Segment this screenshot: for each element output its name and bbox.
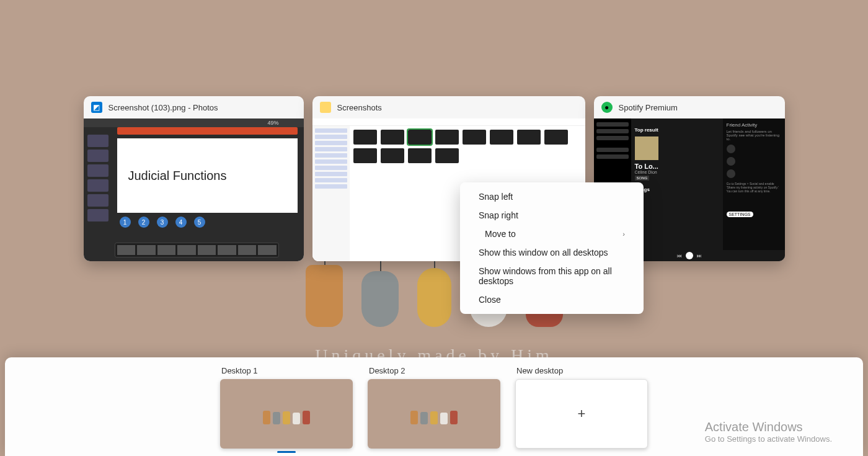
desktop-item-1[interactable]: Desktop 1 — [220, 366, 353, 453]
ctx-label: Snap left — [479, 192, 513, 202]
new-desktop-button[interactable]: + — [515, 379, 648, 449]
slide-canvas: Judicial Functions — [117, 138, 298, 213]
desktop-item-2[interactable]: Desktop 2 — [368, 366, 500, 449]
ctx-snap-right[interactable]: Snap right — [460, 206, 644, 225]
spotify-settings-button: SETTINGS — [727, 212, 753, 217]
desktop-label: New desktop — [515, 366, 648, 375]
next-icon: ⏭ — [697, 253, 702, 259]
slide-num: 3 — [157, 217, 168, 228]
window-thumb-photos[interactable]: ◩ Screenshot (103).png - Photos 49% Judi… — [84, 96, 304, 261]
desktop-label: Desktop 1 — [220, 366, 353, 375]
chevron-right-icon: › — [622, 230, 625, 238]
slide-num: 4 — [175, 217, 187, 228]
ctx-label: Move to — [485, 229, 516, 239]
watermark-title: Activate Windows — [705, 420, 832, 434]
ctx-label: Close — [479, 295, 501, 305]
window-preview: 49% Judicial Functions 1 2 3 4 5 — [84, 118, 304, 261]
desktop-label: Desktop 2 — [368, 366, 500, 375]
spotify-main: Top result To Lo... Céline Dion SONG Son… — [631, 118, 723, 250]
task-view-windows: ◩ Screenshot (103).png - Photos 49% Judi… — [0, 96, 868, 261]
vase-icon — [417, 268, 451, 327]
vase-icon — [306, 265, 343, 327]
powerpoint-ribbon — [117, 127, 298, 135]
ctx-snap-left[interactable]: Snap left — [460, 187, 644, 206]
explorer-nav-pane — [312, 126, 350, 261]
friend-avatar-placeholder — [727, 169, 735, 178]
slide-title: Judicial Functions — [128, 169, 227, 183]
slide-number-badges: 1 2 3 4 5 — [120, 217, 295, 228]
desktop-thumbnail[interactable] — [220, 379, 353, 449]
window-titlebar: ◩ Screenshot (103).png - Photos — [84, 96, 304, 118]
spotify-icon: ● — [601, 102, 613, 113]
friend-activity-header: Friend Activity — [727, 122, 781, 128]
friend-hint: Let friends and followers on Spotify see… — [727, 130, 781, 141]
active-desktop-indicator — [277, 451, 296, 453]
new-desktop-item[interactable]: New desktop + — [515, 366, 648, 449]
slide-num: 5 — [194, 217, 205, 228]
slide-thumbnails-strip — [87, 135, 108, 221]
play-icon — [686, 252, 693, 259]
song-badge: SONG — [635, 176, 650, 181]
watermark-sub: Go to Settings to activate Windows. — [705, 434, 832, 444]
song-title: To Lo... — [635, 163, 719, 170]
window-title: Screenshot (103).png - Photos — [108, 103, 218, 112]
window-titlebar: Screenshots — [312, 96, 585, 118]
zoom-level: 49% — [267, 120, 278, 126]
ctx-show-app-all-desktops[interactable]: Show windows from this app on all deskto… — [460, 262, 644, 290]
slide-num: 2 — [138, 217, 149, 228]
ctx-label: Show windows from this app on all deskto… — [479, 266, 625, 286]
album-art — [635, 136, 658, 160]
window-title: Screenshots — [337, 103, 382, 112]
window-titlebar: ● Spotify Premium — [594, 96, 785, 118]
vase-icon — [361, 271, 399, 327]
window-title: Spotify Premium — [619, 103, 678, 112]
friend-hint2: Go to Settings > Social and enable 'Shar… — [727, 182, 781, 193]
friend-avatar-placeholder — [727, 145, 735, 153]
desktop-thumbnail[interactable] — [368, 379, 500, 449]
slide-num: 1 — [120, 217, 131, 228]
spotify-friend-activity: Friend Activity Let friends and follower… — [723, 118, 785, 250]
folder-icon — [320, 102, 331, 113]
photos-app-icon: ◩ — [91, 102, 102, 113]
song-artist: Céline Dion — [635, 170, 719, 174]
window-context-menu: Snap left Snap right Move to › Show this… — [460, 182, 644, 314]
ctx-label: Show this window on all desktops — [479, 248, 608, 257]
prev-icon: ⏮ — [677, 253, 682, 259]
friend-avatar-placeholder — [727, 157, 735, 166]
top-result-label: Top result — [635, 127, 719, 133]
plus-icon: + — [578, 406, 586, 422]
songs-header: Songs — [635, 187, 719, 192]
ctx-label: Snap right — [479, 210, 518, 220]
ctx-move-to[interactable]: Move to › — [460, 225, 644, 243]
photos-film-strip — [115, 243, 279, 257]
ctx-show-window-all-desktops[interactable]: Show this window on all desktops — [460, 243, 644, 262]
activate-windows-watermark: Activate Windows Go to Settings to activ… — [705, 420, 832, 444]
ctx-close[interactable]: Close — [460, 290, 644, 309]
virtual-desktops-strip: Desktop 1 Desktop 2 New desktop + Activa… — [5, 357, 863, 456]
